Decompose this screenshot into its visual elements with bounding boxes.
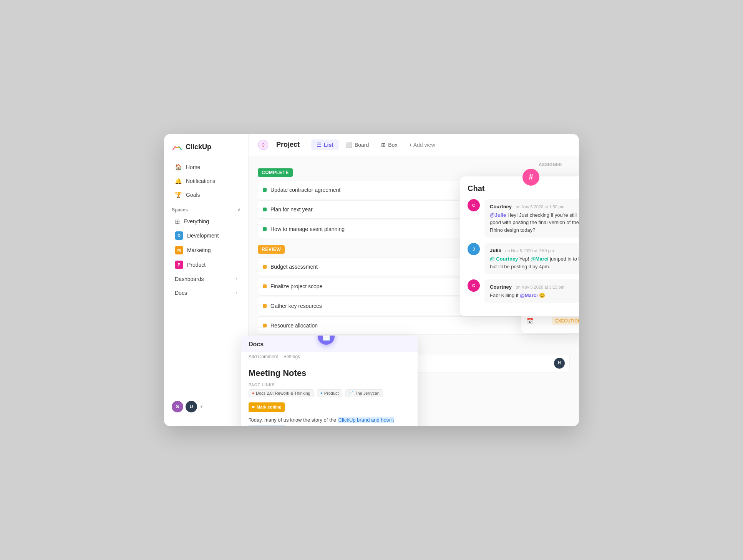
sidebar-item-goals[interactable]: 🏆 Goals: [167, 188, 245, 202]
add-view-label: + Add view: [409, 142, 435, 148]
list-icon: ☰: [317, 142, 322, 148]
docs-panel: 📄 Docs Add Comment Settings Meeting Note…: [241, 336, 418, 426]
page-link-docs[interactable]: ● Docs 2.0: Rework & Thinking: [249, 389, 314, 397]
docs-body-text: ✏ Mark editing Today, many of us know th…: [249, 402, 410, 426]
task-name: Budget assessment: [270, 264, 318, 270]
chat-avatar: C: [468, 279, 480, 292]
task-status-dot: [263, 188, 267, 192]
add-comment-button[interactable]: Add Comment: [249, 354, 278, 359]
page-link-jerrycan-label: The Jerrycan: [355, 391, 380, 395]
docs-content: Meeting Notes PAGE LINKS ● Docs 2.0: Rew…: [241, 362, 418, 426]
chat-message-text: @ Courtney Yep! @Marci jumped in to help…: [490, 255, 579, 270]
chat-mention-2[interactable]: @Marci: [531, 256, 549, 262]
chat-avatar: J: [468, 243, 480, 255]
svg-point-0: [258, 140, 268, 150]
chat-sender-name: Julie: [490, 248, 501, 253]
body-text-prefix: Today, many of us know the story of the: [249, 417, 338, 423]
chat-message: C Courtney on Nov 5 2020 at 3:15 pm Fab!…: [468, 279, 579, 303]
sidebar-item-dashboards-label: Dashboards: [175, 276, 204, 282]
task-name: Plan for next year: [270, 206, 313, 213]
chat-hashtag-icon: #: [522, 169, 539, 186]
sidebar-item-goals-label: Goals: [186, 192, 200, 198]
task-status-dot: [263, 304, 267, 308]
page-links: ● Docs 2.0: Rework & Thinking ● Product …: [249, 389, 410, 397]
task-name: Update contractor agreement: [270, 187, 340, 193]
sidebar-item-docs[interactable]: Docs ›: [167, 286, 245, 300]
chat-timestamp: on Nov 5 2020 at 1:50 pm: [516, 204, 565, 209]
page-link-product[interactable]: ● Product: [317, 389, 342, 397]
docs-main-title: Meeting Notes: [249, 368, 410, 378]
task-status-dot: [263, 324, 267, 327]
user-avatar-s[interactable]: S: [172, 401, 183, 412]
task-left: Gather key resources: [263, 303, 322, 309]
chat-mention[interactable]: @ Courtney: [490, 256, 518, 262]
mark-editing-container: ✏ Mark editing: [249, 402, 410, 414]
chat-timestamp: on Nov 5 2020 at 3:15 pm: [516, 285, 565, 289]
sidebar-bottom: S U ▼: [164, 395, 248, 419]
chat-bubble: Courtney on Nov 5 2020 at 1:50 pm @Julie…: [484, 199, 579, 238]
tab-board-label: Board: [355, 142, 369, 148]
tab-list[interactable]: ☰ List: [311, 140, 339, 150]
spaces-label: Spaces: [172, 207, 188, 213]
home-icon: 🏠: [175, 164, 182, 171]
add-view-button[interactable]: + Add view: [404, 140, 439, 150]
sidebar-item-dashboards[interactable]: Dashboards ›: [167, 272, 245, 286]
page-link-product-label: Product: [324, 391, 339, 395]
task-left: Plan for next year: [263, 206, 313, 213]
chat-panel: # Chat C Courtney on Nov 5 2020 at 1:50 …: [460, 176, 579, 316]
task-left: Finalize project scope: [263, 283, 322, 289]
task-name: Resource allocation: [270, 322, 318, 329]
chat-mention[interactable]: @Julie: [490, 212, 506, 218]
project-icon: [258, 140, 269, 150]
sidebar-item-development[interactable]: D Development: [167, 228, 245, 243]
chat-message-header: Courtney on Nov 5 2020 at 1:50 pm: [490, 203, 579, 210]
task-name: Finalize project scope: [270, 283, 322, 289]
chat-bubble: Julie on Nov 5 2020 at 2:50 pm @ Courtne…: [484, 243, 579, 274]
sidebar-item-home[interactable]: 🏠 Home: [167, 160, 245, 174]
top-bar: Project ☰ List ⬜ Board ⊞ Box + Add view: [249, 134, 579, 156]
page-link-jerrycan[interactable]: 📄 The Jerrycan: [345, 389, 383, 397]
sidebar-item-marketing[interactable]: M Marketing: [167, 243, 245, 258]
docs-link-dot: ●: [252, 391, 254, 395]
tab-box[interactable]: ⊞ Box: [376, 140, 403, 150]
task-status-dot: [263, 284, 267, 288]
task-left: Budget assessment: [263, 264, 318, 270]
chat-message: C Courtney on Nov 5 2020 at 1:50 pm @Jul…: [468, 199, 579, 238]
product-link-dot: ●: [320, 391, 323, 395]
tab-box-label: Box: [388, 142, 397, 148]
spaces-chevron-icon[interactable]: ∨: [237, 207, 240, 213]
chat-mention[interactable]: @Marci: [520, 292, 538, 298]
tab-board[interactable]: ⬜ Board: [340, 140, 374, 150]
task-left: How to manage event planning: [263, 226, 345, 232]
docs-circle-icon: 📄: [318, 336, 335, 345]
clickup-logo-icon: [172, 142, 182, 153]
review-label: REVIEW: [258, 245, 285, 254]
chat-timestamp: on Nov 5 2020 at 2:50 pm: [505, 248, 554, 253]
sidebar-item-everything[interactable]: ⊞ Everything: [167, 215, 245, 228]
logo[interactable]: ClickUp: [164, 142, 248, 160]
task-left: Resource allocation: [263, 322, 318, 329]
sidebar-item-product[interactable]: P Product: [167, 258, 245, 272]
task-status-dot: [263, 227, 267, 231]
task-name: How to manage event planning: [270, 226, 345, 232]
product-dot: P: [175, 261, 183, 269]
chat-bubble: Courtney on Nov 5 2020 at 3:15 pm Fab! K…: [484, 279, 579, 303]
chat-message: J Julie on Nov 5 2020 at 2:50 pm @ Court…: [468, 243, 579, 274]
assignee-header: ASSIGNEE: [258, 162, 570, 167]
user-avatar-u[interactable]: U: [186, 401, 197, 412]
calendar-icon: 📅: [527, 318, 533, 324]
task-name: Gather key resources: [270, 303, 322, 309]
sidebar-item-development-label: Development: [187, 233, 219, 239]
status-tag-execution-2[interactable]: EXECUTION: [552, 317, 579, 325]
spaces-header: Spaces ∨: [164, 202, 248, 215]
avatar-dropdown-icon[interactable]: ▼: [199, 404, 204, 409]
sidebar-item-notifications[interactable]: 🔔 Notifications: [167, 174, 245, 188]
task-left: Update contractor agreement: [263, 187, 340, 193]
chat-sender-name: Courtney: [490, 204, 512, 209]
sidebar-item-product-label: Product: [187, 262, 206, 268]
marketing-dot: M: [175, 246, 183, 254]
mark-editing-button[interactable]: ✏ Mark editing: [249, 402, 285, 412]
chat-message-header: Julie on Nov 5 2020 at 2:50 pm: [490, 247, 579, 254]
board-icon: ⬜: [346, 142, 352, 148]
settings-button[interactable]: Settings: [284, 354, 300, 359]
